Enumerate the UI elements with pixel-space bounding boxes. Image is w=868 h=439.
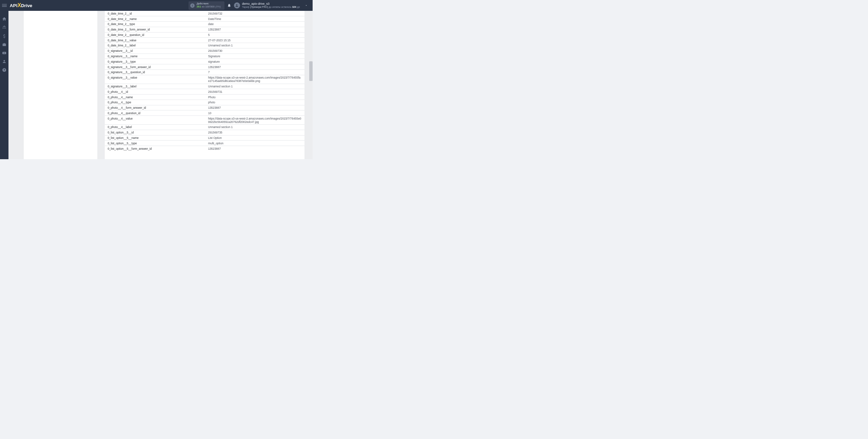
kv-value: photo — [207, 100, 304, 105]
days-left: 324 — [292, 6, 296, 9]
table-row: 0_list_option__5__form_answer_id13523887 — [105, 146, 304, 151]
kv-key: 0_signature__3__name — [105, 54, 207, 59]
table-row: 0_date_time_2__labelUnnamed section 1 — [105, 43, 304, 48]
kv-value: https://data-scope.s3-us-west-2.amazonaw… — [207, 116, 304, 124]
sidebar — [0, 11, 8, 159]
kv-key: 0_signature__3__form_answer_id — [105, 64, 207, 69]
kv-key: 0_date_time_2__form_answer_id — [105, 27, 207, 32]
user-icon[interactable] — [2, 59, 6, 64]
table-row: 0_signature__3__question_id7 — [105, 69, 304, 75]
actions-line: 261 из 100'000 (0%) — [197, 5, 221, 8]
avatar-icon — [234, 2, 240, 8]
kv-key: 0_signature__3__id — [105, 48, 207, 54]
days-suffix: дн — [297, 6, 300, 9]
table-row: 0_photo__4__labelUnnamed section 1 — [105, 124, 304, 130]
table-row: 0_list_option__5__id291569735 — [105, 130, 304, 135]
table-row: 0_photo__4__namePhoto — [105, 94, 304, 100]
table-row: 0_date_time_2__id291569732 — [105, 11, 304, 16]
kv-key: 0_date_time_2__value — [105, 38, 207, 43]
kv-key: 0_photo__4__form_answer_id — [105, 105, 207, 110]
header-bar: API X Drive i Действия: 261 из 100'000 (… — [0, 0, 313, 11]
kv-value: List Option — [207, 135, 304, 141]
kv-value: 7 — [207, 70, 304, 75]
actions-limit: 100'000 — [205, 5, 215, 8]
actions-sep: из — [202, 5, 204, 8]
kv-key: 0_list_option__5__name — [105, 135, 207, 141]
user-menu-toggle[interactable] — [302, 4, 310, 7]
kv-key: 0_list_option__5__id — [105, 130, 207, 135]
table-row: 0_photo__4__question_id10 — [105, 110, 304, 116]
tariff-label: Тариф — [242, 6, 250, 9]
table-row: 0_list_option__5__typemulti_option — [105, 140, 304, 146]
logo-text-2: X — [18, 2, 21, 8]
kv-value: 13523887 — [207, 105, 304, 110]
dollar-icon[interactable] — [2, 34, 6, 38]
table-row: 0_date_time_2__form_answer_id13523887 — [105, 27, 304, 32]
youtube-icon[interactable] — [2, 51, 6, 55]
kv-key: 0_date_time_2__type — [105, 22, 207, 27]
kv-key: 0_list_option__5__type — [105, 141, 207, 146]
table-row: 0_photo__4__valuehttps://data-scope.s3-u… — [105, 116, 304, 124]
content-area: 0_date_time_2__id2915697320_date_time_2_… — [8, 11, 313, 159]
kv-key: 0_signature__3__type — [105, 59, 207, 64]
chevron-down-icon — [305, 4, 308, 7]
table-row: 0_signature__3__id291569730 — [105, 48, 304, 54]
logo[interactable]: API X Drive — [10, 2, 32, 8]
table-row: 0_photo__4__typephoto — [105, 100, 304, 105]
briefcase-icon[interactable] — [2, 42, 6, 47]
home-icon[interactable] — [2, 17, 6, 21]
actions-pct: (0%) — [215, 5, 221, 8]
kv-value: Unnamed section 1 — [207, 125, 304, 130]
kv-value: 291569731 — [207, 89, 304, 94]
table-row: 0_date_time_2__typedate — [105, 21, 304, 27]
table-row: 0_signature__3__labelUnnamed section 1 — [105, 84, 304, 89]
kv-value: Unnamed section 1 — [207, 43, 304, 48]
sitemap-icon[interactable] — [2, 25, 6, 29]
table-row: 0_signature__3__nameSignature — [105, 54, 304, 59]
kv-key: 0_photo__4__id — [105, 89, 207, 94]
actions-counter[interactable]: i Действия: 261 из 100'000 (0%) — [189, 1, 224, 10]
table-row: 0_signature__3__form_answer_id13523887 — [105, 64, 304, 69]
kv-value: 13523887 — [207, 27, 304, 32]
kv-value: Photo — [207, 95, 304, 100]
kv-key: 0_date_time_2__label — [105, 43, 207, 48]
kv-value: 5 — [207, 33, 304, 38]
kv-key: 0_photo__4__label — [105, 125, 207, 130]
kv-table: 0_date_time_2__id2915697320_date_time_2_… — [105, 11, 304, 151]
kv-key: 0_photo__4__question_id — [105, 110, 207, 116]
kv-value: 291569730 — [207, 48, 304, 54]
kv-key: 0_signature__3__label — [105, 84, 207, 89]
menu-toggle-icon[interactable] — [2, 3, 7, 8]
bell-icon — [227, 3, 231, 7]
logo-text-1: API — [10, 3, 18, 8]
table-row: 0_signature__3__typesignature — [105, 59, 304, 64]
kv-key: 0_signature__3__question_id — [105, 70, 207, 75]
kv-value: 27-07-2023 15:15 — [207, 38, 304, 43]
kv-value: signature — [207, 59, 304, 64]
kv-key: 0_list_option__5__form_answer_id — [105, 146, 207, 151]
kv-value: https://data-scope.s3-us-west-2.amazonaw… — [207, 75, 304, 84]
main-panel: 0_date_time_2__id2915697320_date_time_2_… — [105, 11, 304, 159]
kv-value: Unnamed section 1 — [207, 84, 304, 89]
left-panel — [24, 11, 97, 159]
table-row: 0_date_time_2__nameDate/Time — [105, 16, 304, 21]
pay-text: до оплаты осталось — [269, 6, 291, 9]
table-row: 0_photo__4__form_answer_id13523887 — [105, 105, 304, 110]
kv-value: 291569732 — [207, 11, 304, 16]
kv-value: 13523887 — [207, 146, 304, 151]
notifications-button[interactable] — [224, 3, 234, 7]
kv-key: 0_photo__4__type — [105, 100, 207, 105]
info-icon: i — [190, 3, 195, 8]
user-menu[interactable]: demo_apix-drive_s3 Тариф |Премиум PRO| д… — [234, 2, 302, 8]
kv-key: 0_photo__4__name — [105, 95, 207, 100]
logo-text-3: Drive — [21, 3, 32, 8]
kv-value: date — [207, 22, 304, 27]
kv-key: 0_date_time_2__id — [105, 11, 207, 16]
help-icon[interactable] — [2, 68, 6, 72]
kv-key: 0_signature__3__value — [105, 75, 207, 84]
user-sub: Тариф |Премиум PRO| до оплаты осталось 3… — [242, 6, 300, 9]
kv-key: 0_date_time_2__question_id — [105, 33, 207, 38]
plan-name: |Премиум PRO| — [250, 6, 268, 9]
scrollbar-thumb[interactable] — [309, 61, 313, 81]
kv-value: Date/Time — [207, 16, 304, 21]
